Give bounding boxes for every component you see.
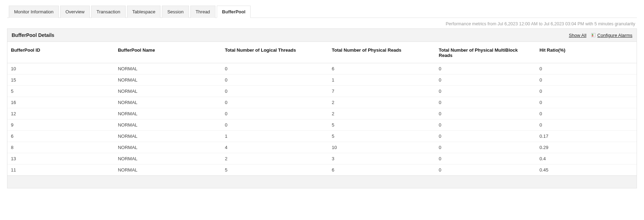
cell-lt: 0 <box>221 108 328 119</box>
col-header-physical-reads[interactable]: Total Number of Physical Reads <box>328 42 435 63</box>
cell-hr: 0.4 <box>536 153 637 164</box>
cell-mb: 0 <box>435 164 536 176</box>
configure-alarms-link[interactable]: Configure Alarms <box>591 33 632 38</box>
table-footer <box>7 175 637 188</box>
col-header-hit-ratio[interactable]: Hit Ratio(%) <box>536 42 637 63</box>
cell-hr: 0 <box>536 86 637 97</box>
col-header-id[interactable]: BufferPool ID <box>7 42 114 63</box>
cell-pr: 5 <box>328 119 435 131</box>
tab-overview[interactable]: Overview <box>60 6 90 18</box>
tab-tablespace[interactable]: Tablespace <box>127 6 161 18</box>
cell-name: NORMAL <box>114 108 221 119</box>
cell-lt: 2 <box>221 153 328 164</box>
cell-lt: 0 <box>221 97 328 108</box>
table-row[interactable]: 6NORMAL1500.17 <box>7 131 637 142</box>
cell-id: 12 <box>7 108 114 119</box>
col-header-multiblock-reads[interactable]: Total Number of Physical MultiBlock Read… <box>435 42 536 63</box>
cell-lt: 0 <box>221 86 328 97</box>
cell-id: 13 <box>7 153 114 164</box>
cell-pr: 6 <box>328 164 435 176</box>
cell-lt: 4 <box>221 142 328 153</box>
cell-mb: 0 <box>435 63 536 75</box>
tab-monitor-information[interactable]: Monitor Information <box>9 6 59 18</box>
cell-hr: 0 <box>536 75 637 86</box>
configure-alarms-label: Configure Alarms <box>597 33 632 38</box>
alarm-config-icon <box>591 33 595 37</box>
cell-mb: 0 <box>435 131 536 142</box>
cell-id: 11 <box>7 164 114 176</box>
cell-name: NORMAL <box>114 131 221 142</box>
table-row[interactable]: 9NORMAL0500 <box>7 119 637 131</box>
cell-id: 8 <box>7 142 114 153</box>
cell-id: 15 <box>7 75 114 86</box>
cell-hr: 0.45 <box>536 164 637 176</box>
table-row[interactable]: 5NORMAL0700 <box>7 86 637 97</box>
cell-hr: 0.29 <box>536 142 637 153</box>
cell-hr: 0 <box>536 108 637 119</box>
tab-transaction[interactable]: Transaction <box>91 6 125 18</box>
table-row[interactable]: 13NORMAL2300.4 <box>7 153 637 164</box>
table-header-row: BufferPool ID BufferPool Name Total Numb… <box>7 42 637 63</box>
cell-pr: 1 <box>328 75 435 86</box>
cell-hr: 0.17 <box>536 131 637 142</box>
show-all-link[interactable]: Show All <box>569 33 586 38</box>
cell-hr: 0 <box>536 63 637 75</box>
panel-actions: Show All Configure Alarms <box>569 33 632 38</box>
cell-name: NORMAL <box>114 119 221 131</box>
cell-name: NORMAL <box>114 75 221 86</box>
bufferpool-table: BufferPool ID BufferPool Name Total Numb… <box>7 42 637 175</box>
tab-session[interactable]: Session <box>162 6 189 18</box>
cell-name: NORMAL <box>114 63 221 75</box>
cell-pr: 10 <box>328 142 435 153</box>
metrics-range-text: Performance metrics from Jul 6,2023 12:0… <box>7 18 637 28</box>
tab-thread[interactable]: Thread <box>190 6 215 18</box>
bufferpool-panel: BufferPool Details Show All Configure Al… <box>7 28 637 188</box>
cell-id: 5 <box>7 86 114 97</box>
cell-name: NORMAL <box>114 142 221 153</box>
cell-lt: 0 <box>221 75 328 86</box>
cell-mb: 0 <box>435 75 536 86</box>
cell-name: NORMAL <box>114 164 221 176</box>
table-row[interactable]: 11NORMAL5600.45 <box>7 164 637 176</box>
cell-name: NORMAL <box>114 97 221 108</box>
cell-pr: 7 <box>328 86 435 97</box>
col-header-logical-threads[interactable]: Total Number of Logical Threads <box>221 42 328 63</box>
cell-mb: 0 <box>435 108 536 119</box>
cell-lt: 1 <box>221 131 328 142</box>
cell-mb: 0 <box>435 97 536 108</box>
cell-name: NORMAL <box>114 86 221 97</box>
panel-title: BufferPool Details <box>12 32 54 38</box>
cell-lt: 0 <box>221 119 328 131</box>
cell-lt: 5 <box>221 164 328 176</box>
cell-id: 10 <box>7 63 114 75</box>
table-row[interactable]: 16NORMAL0200 <box>7 97 637 108</box>
table-row[interactable]: 8NORMAL41000.29 <box>7 142 637 153</box>
cell-mb: 0 <box>435 86 536 97</box>
cell-id: 9 <box>7 119 114 131</box>
cell-id: 6 <box>7 131 114 142</box>
cell-mb: 0 <box>435 119 536 131</box>
table-row[interactable]: 15NORMAL0100 <box>7 75 637 86</box>
cell-pr: 3 <box>328 153 435 164</box>
table-row[interactable]: 10NORMAL0600 <box>7 63 637 75</box>
cell-hr: 0 <box>536 97 637 108</box>
cell-pr: 6 <box>328 63 435 75</box>
cell-pr: 5 <box>328 131 435 142</box>
tabs-bar: Monitor InformationOverviewTransactionTa… <box>7 5 637 18</box>
cell-pr: 2 <box>328 97 435 108</box>
cell-lt: 0 <box>221 63 328 75</box>
cell-hr: 0 <box>536 119 637 131</box>
cell-name: NORMAL <box>114 153 221 164</box>
cell-id: 16 <box>7 97 114 108</box>
table-row[interactable]: 12NORMAL0200 <box>7 108 637 119</box>
panel-header: BufferPool Details Show All Configure Al… <box>7 29 637 42</box>
tab-bufferpool[interactable]: BufferPool <box>217 6 251 18</box>
cell-mb: 0 <box>435 153 536 164</box>
cell-mb: 0 <box>435 142 536 153</box>
cell-pr: 2 <box>328 108 435 119</box>
col-header-name[interactable]: BufferPool Name <box>114 42 221 63</box>
